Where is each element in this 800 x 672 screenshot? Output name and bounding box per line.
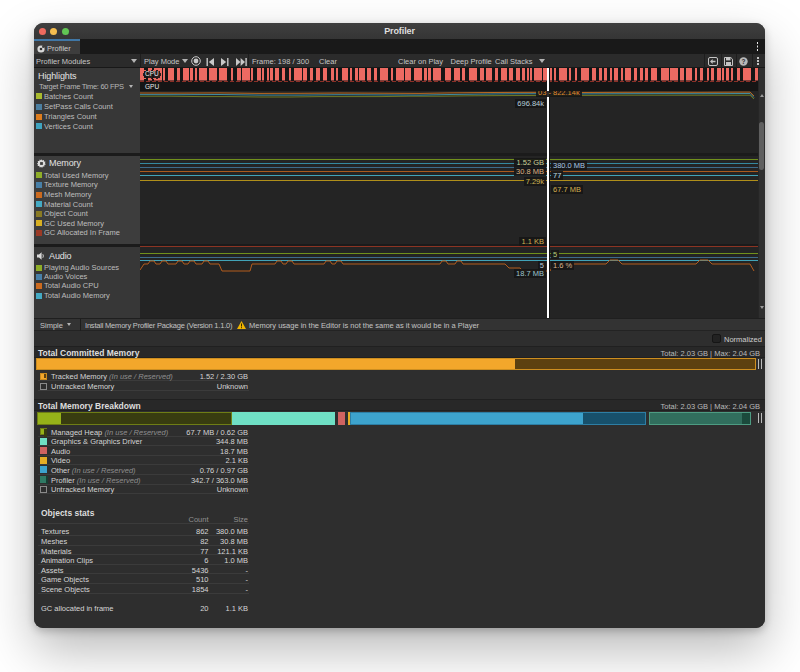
svg-text:?: ? (742, 57, 746, 64)
